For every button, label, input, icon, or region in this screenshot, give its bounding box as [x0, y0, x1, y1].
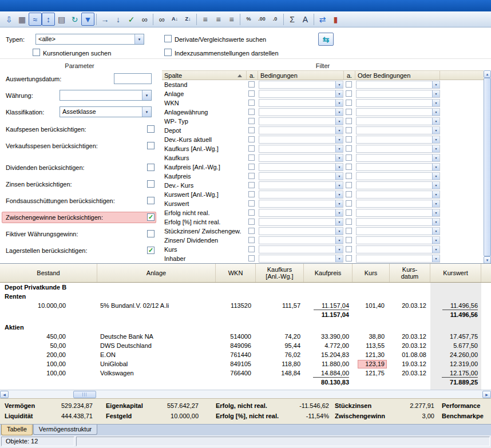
- filter-active-checkbox[interactable]: [248, 200, 255, 207]
- chevron-down-icon[interactable]: ▼: [335, 237, 343, 244]
- fiktiver-waehrungsgewinn-checkbox[interactable]: [147, 230, 155, 237]
- kursnotierungen-checkbox[interactable]: [33, 49, 40, 56]
- filter-active-checkbox[interactable]: [248, 182, 255, 188]
- chevron-down-icon[interactable]: ▼: [335, 173, 343, 180]
- filter-or-active-checkbox[interactable]: [346, 145, 352, 152]
- verkaufsspesen-checkbox[interactable]: [147, 142, 155, 149]
- tab-tabelle[interactable]: Tabelle: [1, 425, 33, 435]
- horizontal-scrollbar[interactable]: ◀ ▶: [0, 390, 491, 398]
- filter-or-condition-select[interactable]: ▼: [356, 227, 440, 235]
- filter-condition-select[interactable]: ▼: [259, 81, 343, 89]
- refresh-search-button[interactable]: ⇆: [318, 33, 334, 46]
- filter-active-checkbox[interactable]: [248, 209, 255, 216]
- compare-button[interactable]: ⇄: [316, 13, 329, 26]
- kaufspesen-checkbox[interactable]: [147, 125, 155, 133]
- chevron-down-icon[interactable]: ▼: [432, 81, 439, 88]
- column-header-wkn[interactable]: WKN: [216, 264, 256, 282]
- add-decimal-button[interactable]: .00: [255, 13, 268, 26]
- search-button[interactable]: ∞: [155, 13, 168, 26]
- font-button[interactable]: A: [299, 13, 312, 26]
- filter-or-condition-select[interactable]: ▼: [356, 99, 440, 107]
- filter-or-condition-select[interactable]: ▼: [356, 209, 440, 217]
- chevron-down-icon[interactable]: ▼: [432, 173, 439, 180]
- filter-active-checkbox[interactable]: [248, 145, 255, 152]
- chevron-down-icon[interactable]: ▼: [432, 246, 439, 253]
- column-header-bestand[interactable]: Bestand: [0, 264, 97, 282]
- row-jump-button[interactable]: ↓: [112, 13, 125, 26]
- filter-or-active-checkbox[interactable]: [346, 237, 352, 243]
- filter-header-oder-bedingungen[interactable]: Oder Bedingungen: [355, 71, 440, 80]
- edit-layout-button[interactable]: ▤: [55, 13, 68, 26]
- filter-or-active-checkbox[interactable]: [346, 118, 352, 124]
- tab-vermoegensstruktur[interactable]: Vermögensstruktur: [33, 425, 97, 435]
- filter-or-condition-select[interactable]: ▼: [356, 255, 440, 263]
- chevron-down-icon[interactable]: ▼: [432, 154, 439, 161]
- table-row[interactable]: 450,00Deutsche Bank NA51400074,2033.390,…: [0, 332, 491, 341]
- auswertungsdatum-input[interactable]: [114, 73, 152, 84]
- filter-or-active-checkbox[interactable]: [346, 164, 352, 170]
- print-preview-button[interactable]: ▦: [15, 13, 29, 26]
- table-row[interactable]: 200,00E.ON76144076,0215.204,83121,3001.0…: [0, 350, 491, 359]
- chevron-down-icon[interactable]: ▼: [335, 209, 343, 216]
- zwischengewinne-checkbox[interactable]: ✓: [147, 213, 155, 221]
- chevron-down-icon[interactable]: ▼: [335, 191, 343, 198]
- filter-or-condition-select[interactable]: ▼: [356, 81, 440, 89]
- scroll-left-button[interactable]: ◀: [0, 391, 9, 398]
- filter-active-checkbox[interactable]: [248, 237, 255, 243]
- table-row[interactable]: 100,00Volkswagen766400148,8414.884,00121…: [0, 368, 491, 378]
- filter-condition-select[interactable]: ▼: [259, 172, 343, 180]
- filter-active-checkbox[interactable]: [248, 173, 255, 179]
- chevron-down-icon[interactable]: ▼: [432, 191, 439, 198]
- chevron-down-icon[interactable]: ▼: [432, 145, 439, 152]
- filter-active-checkbox[interactable]: [248, 246, 255, 252]
- filter-header-active-or[interactable]: a.: [344, 71, 355, 80]
- filter-active-checkbox[interactable]: [248, 100, 255, 106]
- derivate-checkbox[interactable]: [164, 35, 172, 42]
- filter-or-condition-select[interactable]: ▼: [356, 145, 440, 153]
- chevron-down-icon[interactable]: ▼: [335, 246, 343, 253]
- filter-condition-select[interactable]: ▼: [259, 117, 343, 125]
- filter-condition-select[interactable]: ▼: [259, 108, 343, 116]
- table-row[interactable]: 100,00UniGlobal849105118,8011.880,00123,…: [0, 359, 491, 368]
- align-right-button[interactable]: ≡: [225, 13, 238, 26]
- find-in-table-button[interactable]: ∞: [138, 13, 151, 26]
- sum-button[interactable]: Σ: [286, 13, 299, 26]
- chevron-down-icon[interactable]: ▼: [432, 100, 439, 106]
- filter-button[interactable]: ▼: [81, 13, 94, 26]
- indexzusammenstellungen-checkbox[interactable]: [164, 49, 172, 56]
- chevron-down-icon[interactable]: ▼: [432, 209, 439, 216]
- refresh-button[interactable]: ↻: [68, 13, 81, 26]
- chevron-down-icon[interactable]: ▼: [335, 90, 343, 97]
- filter-active-checkbox[interactable]: [248, 81, 255, 88]
- filter-or-condition-select[interactable]: ▼: [356, 236, 440, 244]
- chevron-down-icon[interactable]: ▼: [432, 255, 439, 262]
- chevron-down-icon[interactable]: ▼: [432, 219, 439, 225]
- filter-or-active-checkbox[interactable]: [346, 219, 352, 225]
- chevron-down-icon[interactable]: ▼: [335, 145, 343, 152]
- filter-condition-select[interactable]: ▼: [259, 245, 343, 253]
- filter-or-condition-select[interactable]: ▼: [356, 218, 440, 226]
- filter-active-checkbox[interactable]: [248, 255, 255, 261]
- filter-or-active-checkbox[interactable]: [346, 90, 352, 97]
- chart-button[interactable]: ▮: [329, 13, 342, 26]
- chevron-down-icon[interactable]: ▼: [432, 237, 439, 244]
- filter-condition-select[interactable]: ▼: [259, 181, 343, 189]
- chevron-down-icon[interactable]: ▼: [335, 109, 343, 116]
- vertical-scrollbar-thumb[interactable]: [484, 78, 491, 256]
- chevron-down-icon[interactable]: ▼: [335, 228, 343, 235]
- chevron-down-icon[interactable]: ▼: [335, 154, 343, 161]
- chevron-down-icon[interactable]: ▼: [335, 164, 343, 171]
- chevron-down-icon[interactable]: ▼: [335, 182, 343, 189]
- chevron-down-icon[interactable]: ▼: [432, 164, 439, 171]
- filter-condition-select[interactable]: ▼: [259, 209, 343, 217]
- filter-active-checkbox[interactable]: [248, 228, 255, 234]
- scroll-up-button[interactable]: ▲: [484, 70, 491, 78]
- section-header-row[interactable]: Renten: [0, 292, 491, 301]
- column-header-kurs[interactable]: Kurs: [353, 264, 390, 282]
- filter-or-active-checkbox[interactable]: [346, 246, 352, 252]
- dividenden-checkbox[interactable]: [147, 164, 155, 171]
- table-row[interactable]: 10.000,005% Bundanl.V. 02/12 A.li1135201…: [0, 301, 491, 310]
- remove-decimal-button[interactable]: .0: [268, 13, 282, 26]
- typen-select[interactable]: <alle> ▼: [35, 34, 144, 45]
- chevron-down-icon[interactable]: ▼: [335, 200, 343, 207]
